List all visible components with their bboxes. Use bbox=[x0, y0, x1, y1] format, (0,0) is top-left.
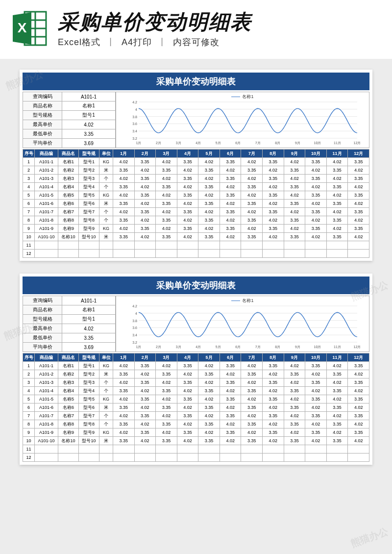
table-cell: 3 bbox=[23, 378, 35, 387]
table-cell: 5 bbox=[23, 191, 35, 200]
svg-text:X: X bbox=[18, 20, 27, 35]
svg-text:11月: 11月 bbox=[334, 141, 341, 145]
table-cell: 3.35 bbox=[177, 225, 198, 233]
table-cell: 型号1 bbox=[79, 158, 99, 166]
table-cell: 3.35 bbox=[134, 158, 156, 166]
table-cell: 3.35 bbox=[113, 370, 135, 378]
table-cell: 型号7 bbox=[79, 208, 99, 216]
table-cell bbox=[198, 250, 220, 258]
table-cell: 3.35 bbox=[177, 378, 198, 387]
table-cell: 4.02 bbox=[326, 191, 348, 200]
table-cell: 名称6 bbox=[58, 200, 79, 208]
table-cell bbox=[198, 453, 220, 462]
table-cell: KG bbox=[99, 225, 113, 233]
table-cell: 3.35 bbox=[241, 216, 263, 225]
table-cell: A101-3 bbox=[35, 175, 58, 183]
table-cell: 3.35 bbox=[348, 225, 369, 233]
table-cell: 4.02 bbox=[134, 166, 156, 175]
table-row: 11 bbox=[23, 445, 369, 453]
table-cell: 4.02 bbox=[220, 420, 241, 428]
table-cell: 3.35 bbox=[326, 387, 348, 395]
table-cell: 4.02 bbox=[263, 437, 284, 445]
table-cell: 12 bbox=[23, 453, 35, 462]
table-cell: 4.02 bbox=[241, 208, 263, 216]
table-cell: 7 bbox=[23, 208, 35, 216]
table-cell: A101-2 bbox=[35, 370, 58, 378]
summary-label: 最低单价 bbox=[23, 129, 62, 139]
table-cell: 4.02 bbox=[326, 158, 348, 166]
table-cell bbox=[58, 453, 79, 462]
table-cell: 3.35 bbox=[198, 233, 220, 241]
table-cell: 米 bbox=[99, 233, 113, 241]
table-cell: 4.02 bbox=[156, 395, 177, 403]
table-cell: 4.02 bbox=[284, 412, 305, 420]
table-cell: 10 bbox=[23, 233, 35, 241]
table-header: 4月 bbox=[177, 150, 198, 158]
table-cell bbox=[156, 241, 177, 250]
table-cell: 名称9 bbox=[58, 225, 79, 233]
table-cell: 4.02 bbox=[263, 403, 284, 412]
excel-icon: X bbox=[10, 9, 49, 50]
summary-label: 查询编码 bbox=[23, 296, 62, 305]
table-cell bbox=[220, 241, 241, 250]
table-cell: A101-9 bbox=[35, 225, 58, 233]
table-cell: 个 bbox=[99, 183, 113, 191]
table-cell: 4.02 bbox=[113, 378, 135, 387]
table-cell bbox=[305, 250, 327, 258]
table-cell: 3.35 bbox=[156, 200, 177, 208]
table-cell: 3.35 bbox=[305, 428, 327, 437]
table-cell: 4.02 bbox=[113, 191, 135, 200]
table-cell: A101-6 bbox=[35, 200, 58, 208]
table-cell bbox=[198, 241, 220, 250]
table-cell: 4.02 bbox=[198, 378, 220, 387]
svg-text:1月: 1月 bbox=[136, 345, 142, 349]
table-cell: 3.35 bbox=[241, 387, 263, 395]
table-cell: A101-1 bbox=[35, 158, 58, 166]
table-cell: 3.35 bbox=[263, 395, 284, 403]
svg-text:5月: 5月 bbox=[216, 345, 221, 349]
svg-text:3.8: 3.8 bbox=[132, 115, 137, 119]
table-cell: 个 bbox=[99, 420, 113, 428]
table-cell: 个 bbox=[99, 387, 113, 395]
table-cell: 4.02 bbox=[113, 175, 135, 183]
table-cell: 3.35 bbox=[326, 166, 348, 175]
table-cell: 个 bbox=[99, 412, 113, 420]
watermark: 熊猫办公 bbox=[349, 525, 390, 551]
table-cell: A101-8 bbox=[35, 420, 58, 428]
table-row: 2A101-2名称2型号2米3.354.023.354.023.354.023.… bbox=[23, 370, 369, 378]
table-cell bbox=[348, 453, 369, 462]
table-cell: 3.35 bbox=[156, 370, 177, 378]
table-cell: 3.35 bbox=[284, 387, 305, 395]
table-cell: 个 bbox=[99, 378, 113, 387]
table-cell: 个 bbox=[99, 175, 113, 183]
banner-subtitle: Excel格式 丨 A4打印 丨 内容可修改 bbox=[58, 36, 382, 48]
table-cell: 4.02 bbox=[305, 437, 327, 445]
table-cell: 型号10 bbox=[79, 233, 99, 241]
table-header: 商品编 bbox=[35, 353, 58, 362]
sheet-area: 采购单价变动明细表查询编码A101-1商品名称名称1型号规格型号1最高单价4.0… bbox=[0, 59, 392, 465]
table-cell: 4.02 bbox=[198, 175, 220, 183]
table-cell: 4.02 bbox=[198, 395, 220, 403]
table-row: 7A101-7名称7型号7个4.023.354.023.354.023.354.… bbox=[23, 412, 369, 420]
table-cell: 名称4 bbox=[58, 183, 79, 191]
table-cell: 3.35 bbox=[177, 191, 198, 200]
table-cell: 4.02 bbox=[305, 370, 327, 378]
table-cell: 型号4 bbox=[79, 183, 99, 191]
table-cell: 3.35 bbox=[177, 362, 198, 370]
table-row: 9A101-9名称9型号9KG4.023.354.023.354.023.354… bbox=[23, 225, 369, 233]
table-cell: 4.02 bbox=[284, 225, 305, 233]
table-cell: 名称8 bbox=[58, 420, 79, 428]
table-cell: 3.35 bbox=[305, 208, 327, 216]
table-cell bbox=[58, 241, 79, 250]
table-cell: 3.35 bbox=[348, 362, 369, 370]
table-cell: 3.35 bbox=[220, 225, 241, 233]
table-cell: 3.35 bbox=[198, 183, 220, 191]
table-cell: 3.35 bbox=[156, 387, 177, 395]
table-cell: 3.35 bbox=[326, 437, 348, 445]
data-table: 序号商品编商品名型号规单位1月2月3月4月5月6月7月8月9月10月11月12月… bbox=[23, 149, 369, 258]
table-cell: 4.02 bbox=[326, 175, 348, 183]
table-header: 6月 bbox=[220, 150, 241, 158]
table-cell bbox=[35, 445, 58, 453]
table-cell: 11 bbox=[23, 445, 35, 453]
summary-label: 型号规格 bbox=[23, 315, 62, 324]
